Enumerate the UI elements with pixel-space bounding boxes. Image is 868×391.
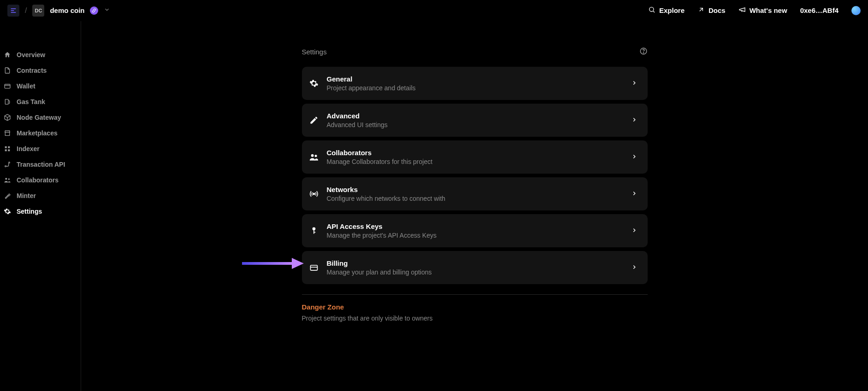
sidebar-item-transaction-api[interactable]: Transaction API xyxy=(0,157,81,172)
chevron-right-icon xyxy=(631,153,638,161)
sidebar-item-label: Overview xyxy=(17,51,45,58)
route-icon xyxy=(4,161,11,168)
card-title: API Access Keys xyxy=(327,222,623,231)
card-desc: Advanced UI settings xyxy=(327,121,623,130)
settings-card-advanced[interactable]: Advanced Advanced UI settings xyxy=(302,104,648,137)
key-icon xyxy=(309,226,319,235)
svg-point-19 xyxy=(313,193,314,194)
people-icon xyxy=(309,152,319,162)
card-desc: Manage Collaborators for this project xyxy=(327,158,623,167)
svg-rect-6 xyxy=(5,99,8,105)
sidebar-item-label: Collaborators xyxy=(17,176,59,184)
avatar[interactable] xyxy=(851,6,861,15)
annotation-arrow xyxy=(242,258,304,269)
project-badge: DC xyxy=(32,5,44,17)
sidebar-item-label: Marketplaces xyxy=(17,129,58,137)
explore-label: Explore xyxy=(659,6,685,14)
sidebar-item-node-gateway[interactable]: Node Gateway xyxy=(0,110,81,125)
svg-rect-9 xyxy=(5,149,7,151)
gear-icon xyxy=(309,79,319,88)
gear-icon xyxy=(4,208,11,215)
broadcast-icon xyxy=(309,189,319,198)
search-icon xyxy=(648,6,655,15)
whats-new-link[interactable]: What's new xyxy=(738,6,787,15)
card-title: Advanced xyxy=(327,111,623,121)
sidebar-item-settings[interactable]: Settings xyxy=(0,204,81,219)
store-icon xyxy=(4,129,11,137)
chevron-right-icon xyxy=(631,190,638,198)
card-title: General xyxy=(327,74,623,84)
settings-card-billing[interactable]: Billing Manage your plan and billing opt… xyxy=(302,251,648,284)
svg-point-12 xyxy=(9,162,10,163)
chevron-right-icon xyxy=(631,264,638,272)
svg-rect-22 xyxy=(313,232,315,233)
sidebar-item-contracts[interactable]: Contracts xyxy=(0,63,81,78)
card-title: Networks xyxy=(327,185,623,194)
pencil-icon xyxy=(309,116,319,125)
whats-new-label: What's new xyxy=(750,6,787,14)
danger-zone-desc: Project settings that are only visible t… xyxy=(302,315,648,322)
chevron-right-icon xyxy=(631,227,638,235)
docs-link[interactable]: Docs xyxy=(697,6,726,15)
card-desc: Configure which networks to connect with xyxy=(327,194,623,204)
breadcrumb: / DC demo coin xyxy=(7,5,110,17)
svg-point-20 xyxy=(312,228,315,231)
external-link-icon xyxy=(697,6,705,15)
project-name[interactable]: demo coin xyxy=(50,6,84,14)
sidebar-item-minter[interactable]: Minter xyxy=(0,188,81,204)
card-title: Collaborators xyxy=(327,148,623,158)
sidebar: Overview Contracts Wallet Gas Tank Node … xyxy=(0,21,81,391)
sidebar-item-label: Minter xyxy=(17,192,36,199)
sidebar-item-wallet[interactable]: Wallet xyxy=(0,78,81,94)
svg-point-18 xyxy=(314,155,317,157)
sidebar-item-overview[interactable]: Overview xyxy=(0,47,81,63)
explore-link[interactable]: Explore xyxy=(648,6,685,15)
topbar: / DC demo coin Explore Docs What's new 0… xyxy=(0,0,868,21)
document-icon xyxy=(4,67,11,74)
svg-point-3 xyxy=(650,7,654,12)
sidebar-item-indexer[interactable]: Indexer xyxy=(0,141,81,157)
sidebar-item-label: Wallet xyxy=(17,82,35,90)
card-desc: Manage the project's API Access Keys xyxy=(327,231,623,240)
sidebar-item-gas-tank[interactable]: Gas Tank xyxy=(0,94,81,110)
svg-rect-5 xyxy=(5,84,10,88)
cube-icon xyxy=(4,114,11,121)
chain-badge-icon xyxy=(90,6,98,15)
page-title: Settings xyxy=(302,48,327,56)
project-dropdown-chevron-icon[interactable] xyxy=(104,6,110,14)
topbar-right: Explore Docs What's new 0xe6…ABf4 xyxy=(648,6,861,15)
settings-card-networks[interactable]: Networks Configure which networks to con… xyxy=(302,177,648,210)
card-desc: Project appearance and details xyxy=(327,84,623,93)
sidebar-item-label: Transaction API xyxy=(17,161,65,168)
svg-point-13 xyxy=(5,178,7,180)
danger-zone-title: Danger Zone xyxy=(302,303,648,311)
help-icon[interactable] xyxy=(639,47,648,57)
svg-point-16 xyxy=(643,53,644,53)
chevron-right-icon xyxy=(631,80,638,88)
svg-point-11 xyxy=(5,166,6,167)
settings-card-general[interactable]: General Project appearance and details xyxy=(302,67,648,100)
sidebar-item-collaborators[interactable]: Collaborators xyxy=(0,172,81,188)
people-icon xyxy=(4,176,11,184)
settings-card-api-keys[interactable]: API Access Keys Manage the project's API… xyxy=(302,214,648,247)
home-icon xyxy=(4,51,11,58)
app-logo[interactable] xyxy=(7,5,19,17)
wallet-address[interactable]: 0xe6…ABf4 xyxy=(800,6,838,14)
wallet-icon xyxy=(4,82,11,90)
sidebar-item-label: Indexer xyxy=(17,145,40,152)
docs-label: Docs xyxy=(709,6,726,14)
svg-line-4 xyxy=(653,11,655,12)
sidebar-item-label: Contracts xyxy=(17,67,47,74)
main: Settings General Project appearance and … xyxy=(81,21,868,391)
svg-rect-10 xyxy=(8,149,10,151)
svg-point-17 xyxy=(311,154,313,157)
page-header: Settings xyxy=(302,47,648,57)
sidebar-item-label: Node Gateway xyxy=(17,114,61,121)
hammer-icon xyxy=(4,192,11,199)
sidebar-item-marketplaces[interactable]: Marketplaces xyxy=(0,125,81,141)
svg-rect-25 xyxy=(242,262,293,265)
svg-rect-23 xyxy=(310,265,317,270)
card-title: Billing xyxy=(327,258,623,268)
settings-card-collaborators[interactable]: Collaborators Manage Collaborators for t… xyxy=(302,140,648,174)
grid-icon xyxy=(4,145,11,152)
